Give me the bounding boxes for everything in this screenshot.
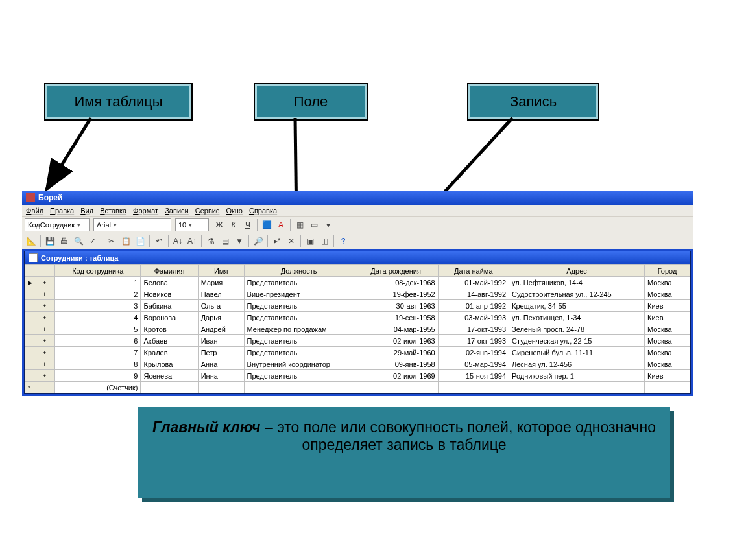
row-selector[interactable]	[25, 335, 40, 347]
cell-name[interactable]: Ольга	[198, 300, 244, 312]
col-city[interactable]: Город	[645, 265, 690, 277]
grid-button[interactable]: ▦	[293, 218, 306, 231]
cell-hire[interactable]: 01-апр-1992	[438, 300, 509, 312]
table-row[interactable]: +3БабкинаОльгаПредставитель30-авг-196301…	[25, 300, 690, 312]
border-button[interactable]: ▭	[307, 218, 320, 231]
cell-position[interactable]: Вице-президент	[244, 288, 354, 300]
cell-position[interactable]: Менеджер по продажам	[244, 323, 354, 335]
cell-hire[interactable]: 17-окт-1993	[438, 335, 509, 347]
print-button[interactable]: 🖶	[58, 235, 71, 248]
row-selector[interactable]	[25, 288, 40, 300]
cell-id[interactable]: 2	[55, 288, 141, 300]
row-selector[interactable]	[25, 312, 40, 323]
cell-hire[interactable]: 05-мар-1994	[438, 358, 509, 370]
col-birth[interactable]: Дата рождения	[354, 265, 438, 277]
cell-birth[interactable]: 29-май-1960	[354, 347, 438, 358]
undo-button[interactable]: ↶	[152, 235, 165, 248]
delete-record-button[interactable]: ✕	[285, 235, 298, 248]
cell-name[interactable]: Павел	[198, 288, 244, 300]
cell-position[interactable]: Внутренний координатор	[244, 358, 354, 370]
expand-icon[interactable]	[40, 382, 55, 393]
menu-window[interactable]: Окно	[226, 207, 243, 215]
expand-icon[interactable]: +	[40, 358, 55, 370]
cell-id[interactable]: 4	[55, 312, 141, 323]
new-record-button[interactable]: ▸*	[271, 235, 283, 248]
col-position[interactable]: Должность	[244, 265, 354, 277]
table-row[interactable]: +5КротовАндрейМенеджер по продажам04-мар…	[25, 323, 690, 335]
cell-city[interactable]: Киев	[645, 312, 690, 323]
table-row[interactable]: +9ЯсеневаИннаПредставитель02-июл-196915-…	[25, 370, 690, 382]
row-selector-header[interactable]	[25, 265, 40, 277]
cell-surname[interactable]: Ясенева	[141, 370, 198, 382]
standard-toolbar[interactable]: 📐 💾 🖶 🔍 ✓ ✂ 📋 📄 ↶ A↓ A↑ ⚗ ▤ ▼ 🔎 ▸* ✕ ▣ ◫…	[22, 233, 693, 249]
subwindow-titlebar[interactable]: Сотрудники : таблица	[25, 251, 690, 264]
special-button[interactable]: ▾	[322, 218, 335, 231]
underline-button[interactable]: Ч	[241, 218, 254, 231]
menu-service[interactable]: Сервис	[195, 207, 220, 215]
row-selector[interactable]	[25, 347, 40, 358]
table-row[interactable]: +6АкбаевИванПредставитель02-июл-196317-о…	[25, 335, 690, 347]
view-button[interactable]: 📐	[25, 235, 38, 248]
cell-address[interactable]: Зеленый просп. 24-78	[509, 323, 645, 335]
paste-button[interactable]: 📄	[134, 235, 147, 248]
cell-id[interactable]: 8	[55, 358, 141, 370]
fill-color-button[interactable]: 🟦	[260, 218, 273, 231]
cell-city[interactable]: Москва	[645, 347, 690, 358]
cell-position[interactable]: Представитель	[244, 277, 354, 288]
cell-name[interactable]: Иван	[198, 335, 244, 347]
cell-hire[interactable]: 14-авг-1992	[438, 288, 509, 300]
font-size-combo[interactable]: 10	[175, 218, 209, 231]
cell-city[interactable]: Москва	[645, 358, 690, 370]
cell-name[interactable]: Дарья	[198, 312, 244, 323]
font-color-button[interactable]: A	[274, 218, 287, 231]
cell-city[interactable]: Киев	[645, 370, 690, 382]
bold-button[interactable]: Ж	[213, 218, 226, 231]
table-row[interactable]: +4ВороноваДарьяПредставитель19-сен-19580…	[25, 312, 690, 323]
menu-file[interactable]: Файл	[26, 207, 43, 215]
help-button[interactable]: ?	[337, 235, 350, 248]
cell-hire[interactable]: 01-май-1992	[438, 277, 509, 288]
cell-birth[interactable]: 08-дек-1968	[354, 277, 438, 288]
col-name[interactable]: Имя	[198, 265, 244, 277]
window-titlebar[interactable]: Борей	[22, 191, 693, 205]
cell-hire[interactable]: 17-окт-1993	[438, 323, 509, 335]
menu-edit[interactable]: Правка	[50, 207, 74, 215]
cell-id[interactable]: 1	[55, 277, 141, 288]
cell-surname[interactable]: Акбаев	[141, 335, 198, 347]
cell-address[interactable]: ул. Нефтяников, 14-4	[509, 277, 645, 288]
cell-surname[interactable]: Кротов	[141, 323, 198, 335]
italic-button[interactable]: К	[227, 218, 240, 231]
expand-icon[interactable]: +	[40, 370, 55, 382]
row-selector[interactable]	[25, 300, 40, 312]
apply-filter-button[interactable]: ▼	[233, 235, 246, 248]
save-button[interactable]: 💾	[43, 235, 56, 248]
cell-position[interactable]: Представитель	[244, 300, 354, 312]
row-selector[interactable]	[25, 323, 40, 335]
cut-button[interactable]: ✂	[105, 235, 118, 248]
cell-surname[interactable]: Крылова	[141, 358, 198, 370]
cell-name[interactable]: Андрей	[198, 323, 244, 335]
cell-id[interactable]: 3	[55, 300, 141, 312]
row-selector[interactable]	[25, 358, 40, 370]
cell-name[interactable]: Инна	[198, 370, 244, 382]
find-button[interactable]: 🔎	[252, 235, 265, 248]
spell-button[interactable]: ✓	[86, 235, 99, 248]
cell-id[interactable]: 9	[55, 370, 141, 382]
new-row[interactable]: *(Счетчик)	[25, 382, 690, 393]
col-hire[interactable]: Дата найма	[438, 265, 509, 277]
cell-hire[interactable]: 03-май-1993	[438, 312, 509, 323]
col-surname[interactable]: Фамилия	[141, 265, 198, 277]
cell-city[interactable]: Москва	[645, 335, 690, 347]
cell-id[interactable]: 6	[55, 335, 141, 347]
cell-birth[interactable]: 19-фев-1952	[354, 288, 438, 300]
menu-help[interactable]: Справка	[249, 207, 277, 215]
cell-id[interactable]: 7	[55, 347, 141, 358]
menu-records[interactable]: Записи	[165, 207, 189, 215]
db-window-button[interactable]: ▣	[304, 235, 317, 248]
sort-asc-button[interactable]: A↓	[171, 235, 184, 248]
cell-birth[interactable]: 30-авг-1963	[354, 300, 438, 312]
cell-birth[interactable]: 02-июл-1969	[354, 370, 438, 382]
col-address[interactable]: Адрес	[509, 265, 645, 277]
cell-city[interactable]: Москва	[645, 323, 690, 335]
sort-desc-button[interactable]: A↑	[186, 235, 199, 248]
